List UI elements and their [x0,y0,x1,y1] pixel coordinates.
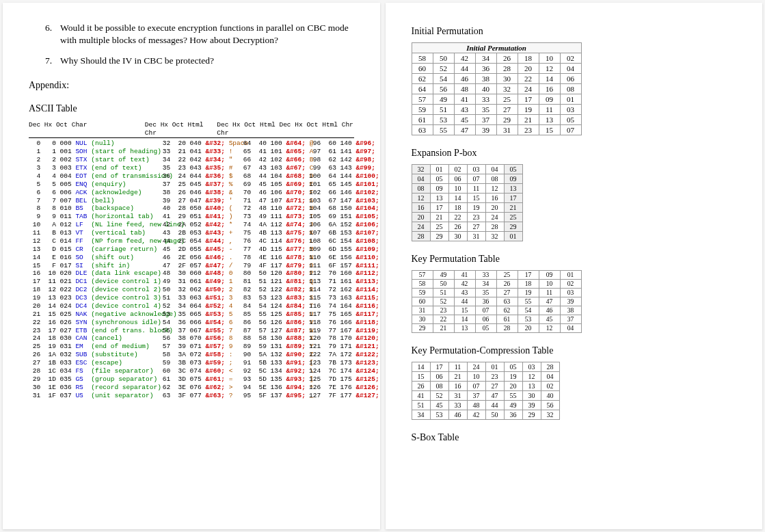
table-cell: 24 [485,213,504,222]
ascii-row: 90 5A 132 &#90; Z [239,351,309,359]
table-cell: 11 [448,362,467,372]
table-cell: 20 [518,324,539,333]
ascii-row: 79 4F 117 &#79; O [239,262,309,270]
table-cell: 37 [560,315,581,324]
table-cell: 04 [560,324,581,333]
table-cell: 05 [430,174,448,184]
ascii-row: 11 B 013 VT (vertical tab) [29,229,159,237]
table-cell: 16 [539,84,560,94]
table-cell: 47 [454,125,475,135]
ascii-row: 72 48 110 &#72; H [239,204,309,213]
ascii-row: 75 4B 113 &#75; K [239,229,309,237]
table-cell: 25 [496,94,518,105]
table-cell: 44 [454,297,475,306]
ascii-row: 121 79 171 &#121; y [309,343,380,351]
table-cell: 32 [541,410,559,420]
table-cell: 56 [433,84,454,94]
table-row: 3022140661534537 [412,315,581,324]
ascii-row: 30 1E 036 RS (record separator) [29,384,159,392]
table-cell: 59 [412,105,433,115]
table-cell: 08 [485,174,504,184]
table-row: 242526272829 [412,222,522,232]
table-cell: 15 [454,306,475,315]
table-row: 320102030405 [412,165,522,174]
table-cell: 21 [430,213,448,222]
ascii-row: 67 43 103 &#67; C [239,164,309,172]
table-cell: 58 [412,280,433,289]
table-cell: 63 [496,297,518,306]
ascii-row: 116 74 164 &#116; t [309,302,380,310]
table-cell: 61 [496,315,518,324]
ascii-row: 15 F 017 SI (shift in) [29,262,159,270]
table-row: 5951433527191103 [412,289,581,297]
table-cell: 04 [560,64,581,74]
table-cell: 20 [504,382,522,391]
table-cell: 63 [412,125,433,135]
ascii-row: 53 35 065 &#53; 5 [159,310,239,319]
table-cell: 56 [541,401,559,410]
table-cell: 17 [504,194,522,203]
table-row: 3123150762544638 [412,306,581,315]
table-row: 161718192021 [412,203,522,213]
table-cell: 46 [539,306,560,315]
ascii-row: 102 66 146 &#102; f [309,189,380,197]
table-cell: 01 [485,362,504,372]
table-cell: 17 [518,94,539,105]
table-cell: 48 [454,84,475,94]
ascii-row: 63 3F 077 &#63; ? [159,392,239,400]
ascii-row: 9 9 011 TAB (horizontal tab) [29,213,159,221]
ascii-row: 35 23 043 &#35; # [159,164,239,172]
ascii-row: 1 1 001 SOH (start of heading) [29,148,159,156]
table-cell: 31 [467,232,485,241]
table-cell: 06 [430,372,448,382]
table-cell: 07 [467,174,485,184]
ascii-row: 93 5D 135 &#93; ] [239,375,309,384]
questions-list: 6.Would it be possible to execute encryp… [29,22,354,68]
table-cell: 36 [504,410,522,420]
table-cell: 47 [485,391,504,401]
ascii-row: 101 65 145 &#101; e [309,181,380,189]
ascii-row: 6 6 006 ACK (acknowledge) [29,189,159,197]
table-cell: 57 [412,271,433,280]
page-left: 6.Would it be possible to execute encryp… [3,3,380,529]
table-cell: 14 [412,362,430,372]
table-cell: 57 [412,94,433,105]
table-cell: 50 [433,53,454,64]
ascii-row: 20 14 024 DC4 (device control 4) [29,302,159,310]
ascii-row: 42 2A 052 &#42; * [159,221,239,229]
ascii-row: 45 2D 055 &#45; - [159,245,239,254]
ascii-row: 118 76 166 &#118; v [309,319,380,327]
table-cell: 04 [541,372,559,382]
table-cell: 23 [433,306,454,315]
table-cell: 53 [518,315,539,324]
table-cell: 11 [539,289,560,297]
table-cell: 36 [475,297,496,306]
ascii-row: 7 7 007 BEL (bell) [29,197,159,205]
table-cell: 34 [475,53,496,64]
table-cell: 07 [467,382,485,391]
table-cell: 27 [496,289,518,297]
table-cell: 21 [433,324,454,333]
ascii-row: 16 10 020 DLE (data link escape) [29,269,159,278]
table-cell: 32 [496,84,518,94]
table-cell: 51 [433,105,454,115]
table-row: 4152313747553040 [412,391,559,401]
table-cell: 26 [496,280,518,289]
table-cell: 02 [541,382,559,391]
table-cell: 12 [539,64,560,74]
table-cell: 44 [485,401,504,410]
ascii-row: 78 4E 116 &#78; N [239,254,309,262]
table-cell: 60 [412,297,433,306]
table-cell: 01 [560,94,581,105]
table-cell: 12 [522,372,541,382]
table-row: 5749413325170901 [412,271,581,280]
table-cell: 49 [433,271,454,280]
ascii-row: 59 3B 073 &#59; ; [159,359,239,367]
table-cell: 13 [454,324,475,333]
table-cell: 30 [412,315,433,324]
table-cell: 20 [485,203,504,213]
table-row: 202122232425 [412,213,522,222]
ascii-row: 112 70 160 &#112; p [309,269,380,278]
table-cell: 39 [522,401,541,410]
ascii-row: 17 11 021 DC1 (device control 1) [29,278,159,286]
